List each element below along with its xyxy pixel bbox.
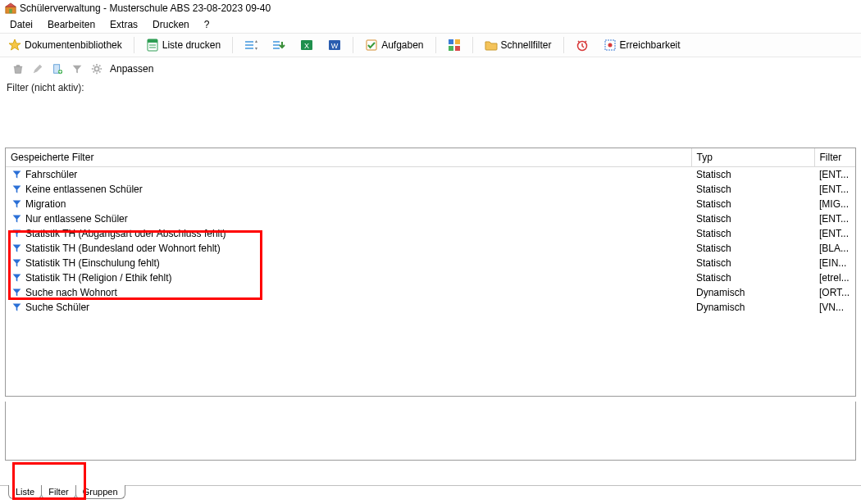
- filter-name: Statistik TH (Einschulung fehlt): [25, 257, 160, 269]
- col-header-filter[interactable]: Filter: [814, 148, 855, 167]
- table-row[interactable]: Statistik TH (Bundesland oder Wohnort fe…: [6, 241, 855, 256]
- filter-type: Statisch: [691, 226, 814, 241]
- funnel-icon: [11, 257, 22, 269]
- filter-expr: [etrel...: [814, 270, 855, 285]
- filter-name: Fahrschüler: [25, 169, 77, 180]
- grid-icon: [448, 39, 461, 52]
- menu-print[interactable]: Drucken: [146, 17, 196, 32]
- filter-expr: [EIN...: [814, 256, 855, 270]
- list-lines-icon: [244, 39, 257, 52]
- svg-rect-13: [273, 41, 280, 43]
- funnel-icon[interactable]: [71, 62, 84, 75]
- svg-rect-8: [245, 41, 253, 43]
- print-list-button[interactable]: Liste drucken: [143, 37, 224, 53]
- grid-view-button[interactable]: [444, 37, 464, 53]
- customize-label[interactable]: Anpassen: [110, 63, 153, 75]
- pencil-icon[interactable]: [31, 62, 44, 75]
- svg-text:W: W: [331, 42, 339, 50]
- list-export-down-button[interactable]: [269, 37, 289, 53]
- table-row[interactable]: Statistik TH (Religion / Ethik fehlt)Sta…: [6, 270, 855, 285]
- export-excel-button[interactable]: X: [297, 37, 317, 53]
- tasks-label: Aufgaben: [381, 39, 423, 51]
- funnel-icon: [11, 198, 22, 210]
- funnel-icon: [11, 243, 22, 254]
- toolbar-separator: [563, 37, 564, 53]
- svg-rect-15: [273, 48, 280, 49]
- filter-type: Dynamisch: [691, 300, 814, 315]
- tab-filter[interactable]: Filter: [41, 485, 75, 499]
- svg-marker-3: [9, 39, 20, 50]
- alarm-clock-icon: [576, 39, 589, 52]
- filter-type: Statisch: [691, 241, 814, 256]
- table-row[interactable]: Statistik TH (Einschulung fehlt)Statisch…: [6, 256, 855, 270]
- title-bar: Schülerverwaltung - Musterschule ABS 23-…: [0, 0, 861, 16]
- funnel-icon: [11, 169, 22, 180]
- funnel-icon: [11, 228, 22, 239]
- svg-point-30: [94, 66, 98, 70]
- app-icon: [5, 2, 16, 14]
- table-row[interactable]: MigrationStatisch[MIG...: [6, 197, 855, 211]
- col-header-name[interactable]: Gespeicherte Filter: [6, 148, 691, 167]
- filter-name: Suche Schüler: [25, 302, 89, 313]
- funnel-icon: [11, 272, 22, 284]
- trash-icon[interactable]: [11, 62, 25, 75]
- quickfilter-button[interactable]: Schnellfilter: [481, 37, 555, 53]
- menu-edit[interactable]: Bearbeiten: [41, 17, 102, 32]
- menu-extras[interactable]: Extras: [103, 17, 144, 32]
- toolbar-separator: [472, 37, 473, 53]
- filter-type: Statisch: [691, 197, 814, 211]
- filter-type: Statisch: [691, 270, 814, 285]
- tab-list[interactable]: Liste: [8, 485, 42, 499]
- main-toolbar: Dokumentenbibliothek Liste drucken X W A…: [0, 33, 861, 57]
- window-title: Schülerverwaltung - Musterschule ABS 23-…: [20, 2, 271, 14]
- list-sort-button[interactable]: [241, 37, 261, 53]
- svg-point-27: [608, 43, 612, 48]
- filter-expr: [MIG...: [814, 197, 855, 211]
- menu-file[interactable]: Datei: [3, 17, 39, 32]
- funnel-icon: [11, 287, 22, 298]
- filter-name: Keine entlassenen Schüler: [25, 184, 143, 195]
- filter-type: Dynamisch: [691, 285, 814, 300]
- svg-line-37: [93, 71, 94, 72]
- filter-name: Statistik TH (Religion / Ethik fehlt): [25, 272, 172, 284]
- tab-groups[interactable]: Gruppen: [75, 485, 125, 499]
- list-download-icon: [272, 39, 285, 52]
- col-header-type[interactable]: Typ: [691, 148, 814, 167]
- filter-type: Statisch: [691, 211, 814, 226]
- reachability-button[interactable]: Erreichbarkeit: [600, 37, 684, 53]
- svg-rect-9: [245, 44, 253, 46]
- svg-rect-21: [449, 39, 453, 44]
- document-add-icon[interactable]: [51, 62, 64, 75]
- filter-table: Gespeicherte Filter Typ Filter Fahrschül…: [5, 148, 856, 397]
- filter-expr: [ENT...: [814, 211, 855, 226]
- word-icon: W: [328, 39, 341, 52]
- filter-name: Statistik TH (Bundesland oder Wohnort fe…: [25, 243, 221, 254]
- table-row[interactable]: Statistik TH (Abgangsart oder Abschluss …: [6, 226, 855, 241]
- svg-rect-2: [9, 9, 12, 13]
- quickfilter-label: Schnellfilter: [501, 39, 552, 51]
- funnel-icon: [11, 302, 22, 313]
- menu-help[interactable]: ?: [198, 17, 216, 32]
- star-icon: [8, 39, 21, 52]
- folder-icon: [485, 39, 498, 52]
- table-row[interactable]: Nur entlassene SchülerStatisch[ENT...: [6, 211, 855, 226]
- table-row[interactable]: Keine entlassenen SchülerStatisch[ENT...: [6, 182, 855, 197]
- table-row[interactable]: Suche SchülerDynamisch[VN...: [6, 300, 855, 315]
- doc-library-button[interactable]: Dokumentenbibliothek: [5, 37, 125, 53]
- funnel-icon: [11, 184, 22, 195]
- table-row[interactable]: FahrschülerStatisch[ENT...: [6, 167, 855, 182]
- export-word-button[interactable]: W: [325, 37, 344, 53]
- svg-rect-10: [245, 48, 253, 49]
- alarm-button[interactable]: [572, 37, 592, 53]
- svg-line-38: [99, 71, 100, 72]
- gear-icon[interactable]: [90, 62, 103, 75]
- tasks-button[interactable]: Aufgaben: [362, 37, 426, 53]
- filter-status-text: Filter (nicht aktiv):: [0, 80, 861, 102]
- filter-expr: [ORT...: [814, 285, 855, 300]
- bottom-tabs: Liste Filter Gruppen: [8, 485, 125, 499]
- toolbar-separator: [134, 37, 134, 53]
- excel-icon: X: [300, 39, 313, 52]
- main-area: Gespeicherte Filter Typ Filter Fahrschül…: [0, 148, 861, 397]
- toolbar-separator: [353, 37, 353, 53]
- table-row[interactable]: Suche nach WohnortDynamisch[ORT...: [6, 285, 855, 300]
